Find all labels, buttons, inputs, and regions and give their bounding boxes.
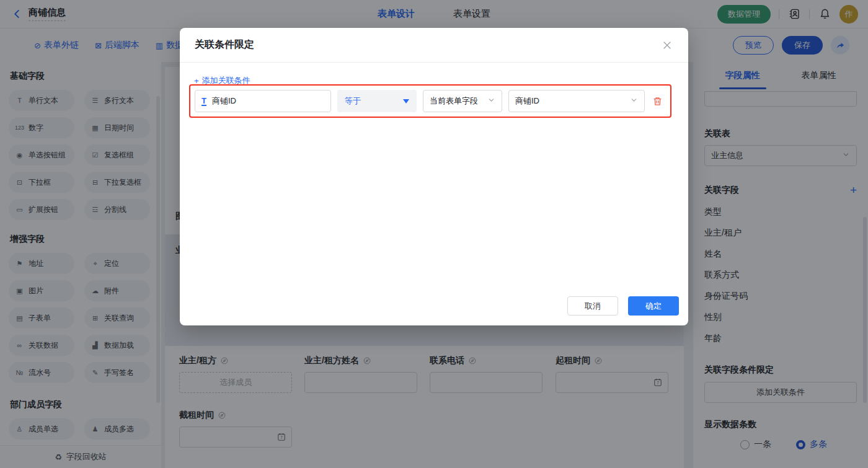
delete-condition-icon[interactable]	[651, 95, 663, 107]
chevron-down-icon	[630, 96, 638, 106]
chevron-down-icon	[487, 96, 495, 106]
source-field-select[interactable]: 商铺ID	[508, 90, 645, 112]
source-field-value: 商铺ID	[515, 95, 539, 107]
cancel-button[interactable]: 取消	[567, 296, 618, 316]
operator-select[interactable]: 等于	[337, 90, 417, 112]
condition-field-input[interactable]: T 商铺ID	[195, 90, 331, 112]
operator-value: 等于	[345, 95, 361, 107]
source-type-select[interactable]: 当前表单字段	[423, 90, 502, 112]
confirm-button[interactable]: 确定	[628, 296, 679, 316]
caret-down-icon	[403, 99, 409, 104]
dialog-title: 关联条件限定	[195, 38, 254, 51]
condition-dialog: 关联条件限定 + 添加关联条件 T 商铺ID 等于 当前表单字段 商铺ID	[180, 28, 688, 325]
source-type-value: 当前表单字段	[430, 95, 478, 107]
condition-field-value: 商铺ID	[212, 95, 236, 107]
close-icon[interactable]	[661, 39, 673, 51]
condition-row-highlight: T 商铺ID 等于 当前表单字段 商铺ID	[189, 84, 671, 118]
text-field-icon: T	[202, 97, 206, 106]
